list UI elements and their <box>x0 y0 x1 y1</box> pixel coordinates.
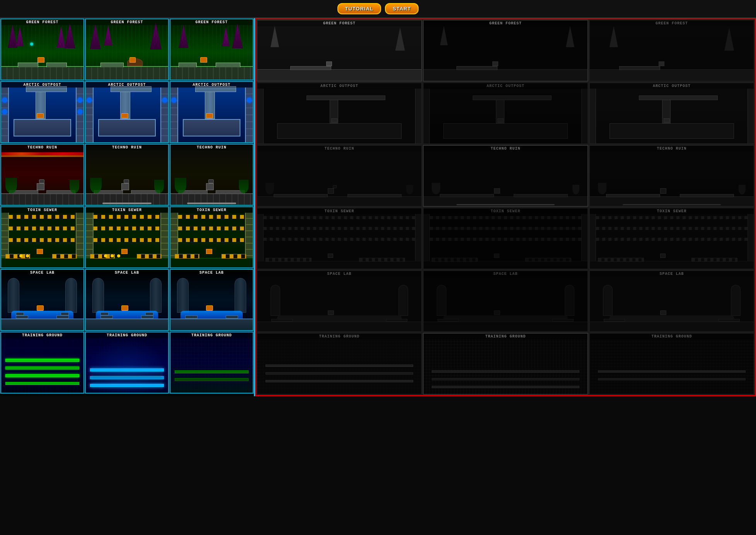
level-cell-tr-3[interactable]: TECHNO RUIN <box>169 143 254 206</box>
level-cell-ts-1[interactable]: TOXIN SEWER <box>0 206 85 269</box>
level-cell-gf-r3[interactable]: GREEN FOREST <box>589 19 755 82</box>
level-label-ao-3: ARCTIC OUTPOST <box>170 82 253 88</box>
level-label-gf-2: GREEN FOREST <box>86 19 168 25</box>
level-label-ts-r2: TOXIN SEWER <box>424 208 587 214</box>
right-panel: GREEN FOREST GREEN FOREST <box>255 18 756 396</box>
level-label-ts-2: TOXIN SEWER <box>86 207 168 213</box>
row-space-right: SPACE LAB SPACE LAB <box>256 270 755 332</box>
level-cell-ts-3[interactable]: TOXIN SEWER <box>169 206 254 269</box>
level-cell-gf-3[interactable]: GREEN FOREST <box>169 18 254 81</box>
level-cell-sl-r1[interactable]: SPACE LAB <box>256 270 422 332</box>
level-cell-ao-1[interactable]: ARCTIC OUTPOST <box>0 81 85 143</box>
row-techno-right: TECHNO RUIN TECHNO RUIN <box>256 145 755 207</box>
row-arctic-right: ARCTIC OUTPOST ARCTIC OUTPOST <box>256 82 755 145</box>
level-label-ts-3: TOXIN SEWER <box>170 207 253 213</box>
row-training-right: TRAINING GROUND TRAINING GROUND <box>256 332 755 395</box>
level-label-ao-r1: ARCTIC OUTPOST <box>257 83 421 89</box>
level-cell-sl-r2[interactable]: SPACE LAB <box>422 270 589 332</box>
level-label-gf-r3: GREEN FOREST <box>590 20 754 26</box>
level-label-ts-r1: TOXIN SEWER <box>257 208 421 214</box>
level-cell-gf-r1[interactable]: GREEN FOREST <box>256 19 422 82</box>
level-cell-gf-2[interactable]: GREEN FOREST <box>85 18 169 81</box>
row-green-forest-right: GREEN FOREST GREEN FOREST <box>256 19 755 82</box>
left-panel: GREEN FOREST <box>0 18 255 396</box>
level-label-gf-3: GREEN FOREST <box>170 19 253 25</box>
level-label-sl-2: SPACE LAB <box>86 270 168 276</box>
level-label-ao-1: ARCTIC OUTPOST <box>1 82 83 88</box>
level-cell-tg-r3[interactable]: TRAINING GROUND <box>589 332 755 395</box>
level-cell-ao-2[interactable]: ARCTIC OUTPOST <box>85 81 169 143</box>
row-toxin-left: TOXIN SEWER <box>0 206 254 269</box>
level-label-tr-r1: TECHNO RUIN <box>257 146 421 152</box>
top-bar: TUTORIAL START <box>0 0 756 18</box>
level-cell-tg-2[interactable]: TRAINING GROUND <box>85 331 169 394</box>
level-cell-gf-1[interactable]: GREEN FOREST <box>0 18 85 81</box>
row-toxin-right: TOXIN SEWER TOXIN SEWER <box>256 207 755 270</box>
level-label-tr-r3: TECHNO RUIN <box>590 146 754 152</box>
level-label-ts-r3: TOXIN SEWER <box>590 208 754 214</box>
level-label-sl-r1: SPACE LAB <box>257 271 421 277</box>
level-cell-ao-r3[interactable]: ARCTIC OUTPOST <box>589 82 755 145</box>
level-label-sl-3: SPACE LAB <box>170 270 253 276</box>
level-label-sl-r3: SPACE LAB <box>590 271 754 277</box>
level-label-tr-2: TECHNO RUIN <box>86 145 168 150</box>
level-label-tg-r1: TRAINING GROUND <box>257 334 421 339</box>
level-cell-sl-2[interactable]: SPACE LAB <box>85 269 169 331</box>
level-cell-ts-r3[interactable]: TOXIN SEWER <box>589 207 755 270</box>
row-green-forest-left: GREEN FOREST <box>0 18 254 81</box>
level-cell-sl-r3[interactable]: SPACE LAB <box>589 270 755 332</box>
level-cell-sl-1[interactable]: SPACE LAB <box>0 269 85 331</box>
level-cell-ao-r1[interactable]: ARCTIC OUTPOST <box>256 82 422 145</box>
level-label-ts-1: TOXIN SEWER <box>1 207 83 213</box>
level-cell-tg-r2[interactable]: TRAINING GROUND <box>422 332 589 395</box>
tutorial-button[interactable]: TUTORIAL <box>337 3 381 14</box>
level-label-tg-r2: TRAINING GROUND <box>424 334 587 339</box>
level-label-gf-r2: GREEN FOREST <box>424 20 587 26</box>
level-cell-ts-r1[interactable]: TOXIN SEWER <box>256 207 422 270</box>
level-label-ao-r2: ARCTIC OUTPOST <box>424 83 587 89</box>
start-button[interactable]: START <box>385 3 419 14</box>
level-cell-tg-r1[interactable]: TRAINING GROUND <box>256 332 422 395</box>
level-cell-tr-r1[interactable]: TECHNO RUIN <box>256 145 422 207</box>
level-cell-tr-r3[interactable]: TECHNO RUIN <box>589 145 755 207</box>
level-cell-tr-1[interactable]: TECHNO RUIN <box>0 143 85 206</box>
row-techno-left: TECHNO RUIN <box>0 143 254 206</box>
level-label-tg-2: TRAINING GROUND <box>86 332 168 338</box>
row-training-left: TRAINING GROUND TRAINING GROUND <box>0 331 254 394</box>
level-cell-ts-r2[interactable]: TOXIN SEWER <box>422 207 589 270</box>
level-label-gf-r1: GREEN FOREST <box>257 20 421 26</box>
level-label-sl-1: SPACE LAB <box>1 270 83 276</box>
level-cell-gf-r2[interactable]: GREEN FOREST <box>422 19 589 82</box>
level-label-tg-r3: TRAINING GROUND <box>590 334 754 339</box>
level-cell-ao-r2[interactable]: ARCTIC OUTPOST <box>422 82 589 145</box>
level-label-tg-3: TRAINING GROUND <box>170 332 253 338</box>
level-label-gf-1: GREEN FOREST <box>1 19 83 25</box>
row-space-left: SPACE LAB <box>0 269 254 331</box>
level-cell-ao-3[interactable]: ARCTIC OUTPOST <box>169 81 254 143</box>
level-label-tr-3: TECHNO RUIN <box>170 145 253 150</box>
level-cell-tr-2[interactable]: TECHNO RUIN <box>85 143 169 206</box>
level-label-sl-r2: SPACE LAB <box>424 271 587 277</box>
level-cell-tr-r2[interactable]: TECHNO RUIN <box>422 145 589 207</box>
level-cell-ts-2[interactable]: TOXIN SEWER <box>85 206 169 269</box>
level-label-tg-1: TRAINING GROUND <box>1 332 83 338</box>
level-cell-tg-3[interactable]: TRAINING GROUND <box>169 331 254 394</box>
row-arctic-left: ARCTIC OUTPOST <box>0 81 254 143</box>
level-label-tr-r2: TECHNO RUIN <box>424 146 587 152</box>
main-content: GREEN FOREST <box>0 18 756 396</box>
level-label-tr-1: TECHNO RUIN <box>1 145 83 150</box>
level-label-ao-r3: ARCTIC OUTPOST <box>590 83 754 89</box>
level-cell-tg-1[interactable]: TRAINING GROUND <box>0 331 85 394</box>
level-label-ao-2: ARCTIC OUTPOST <box>86 82 168 88</box>
level-cell-sl-3[interactable]: SPACE LAB <box>169 269 254 331</box>
